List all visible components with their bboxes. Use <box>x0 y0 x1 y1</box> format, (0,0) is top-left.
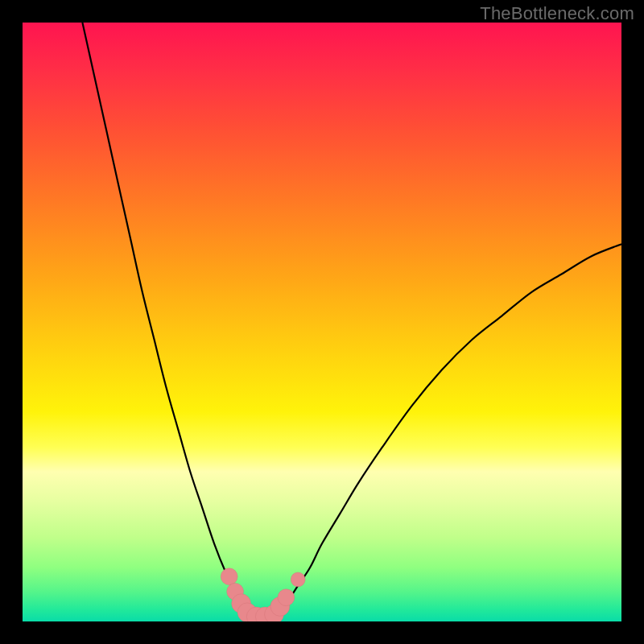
data-marker <box>291 572 305 587</box>
watermark-text: TheBottleneck.com <box>480 3 634 24</box>
marker-group <box>221 568 305 621</box>
right-curve <box>275 244 622 615</box>
chart-frame: TheBottleneck.com <box>0 0 644 644</box>
left-curve <box>82 23 250 616</box>
plot-area <box>23 23 621 621</box>
data-marker <box>278 589 295 606</box>
chart-svg <box>23 23 621 621</box>
data-marker <box>221 568 237 585</box>
